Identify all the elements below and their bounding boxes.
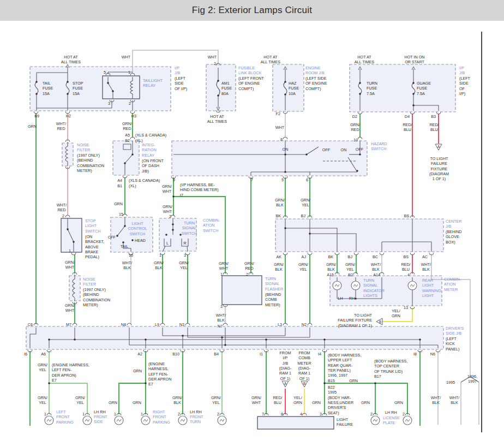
wire-label: 2 bbox=[178, 412, 180, 417]
wire-label: M7 bbox=[66, 322, 71, 327]
wire-label: RH bbox=[349, 296, 355, 301]
wire-label: WHT/BLK bbox=[449, 395, 459, 405]
wire-label: 5 bbox=[281, 177, 284, 182]
wire-label: GRN/BLK bbox=[154, 260, 164, 270]
wire-label: 2 bbox=[217, 412, 219, 417]
wire-label: BK bbox=[275, 213, 281, 218]
wire-label: FROMCOMBMETER(DIAG-RAM 1OF 1) bbox=[297, 350, 311, 381]
connector-arc-icon bbox=[171, 215, 175, 217]
wire-label: WHT/BLK bbox=[431, 395, 441, 405]
junction-dot bbox=[412, 104, 415, 106]
wire-label: LH RH bbox=[94, 409, 106, 414]
wire-label: OFF bbox=[108, 235, 116, 240]
wire-label: GRN/WHT bbox=[251, 395, 261, 405]
wire-label: FROMI/PJ/B(DIAG-RAM 1OF 1) bbox=[279, 350, 292, 381]
wire-label: BJ bbox=[301, 213, 306, 218]
wire-label: TAIL bbox=[121, 244, 129, 249]
wire-label: A4 bbox=[117, 178, 122, 183]
wire-label: GRN bbox=[28, 124, 37, 129]
component-name-label: NOISEFILTER bbox=[77, 142, 90, 152]
wire-label: B9 bbox=[34, 114, 39, 118]
junction-block-box bbox=[26, 326, 443, 349]
wire-label: B4 bbox=[214, 352, 219, 356]
component-name-label: FRONTTURN bbox=[190, 414, 203, 424]
junction-dot bbox=[131, 153, 134, 156]
component-box bbox=[61, 218, 82, 252]
component-box bbox=[222, 276, 262, 305]
component-name-label: LICENSEPLATE bbox=[383, 415, 400, 425]
wire-label: 4 bbox=[300, 412, 302, 417]
junction-dot bbox=[122, 241, 124, 243]
wire-label: GRN bbox=[109, 400, 117, 405]
wire-label: GRN bbox=[361, 400, 370, 405]
wire-label: 15 bbox=[119, 212, 123, 217]
junction-dot bbox=[305, 153, 308, 156]
junction-dot bbox=[356, 170, 358, 172]
junction-dot bbox=[48, 338, 50, 341]
wire-label: BS bbox=[404, 213, 409, 218]
junction-dot bbox=[374, 382, 376, 384]
wire-label: 2 bbox=[403, 412, 405, 417]
junction-dot bbox=[172, 223, 174, 225]
wire-label: WHT/RED bbox=[56, 121, 66, 131]
wire-label: D4 bbox=[405, 114, 410, 119]
wire-label: AC bbox=[422, 254, 428, 259]
junction-dot bbox=[284, 81, 286, 83]
wire-label: N6 bbox=[430, 352, 435, 356]
wire-label: GRN/YEL bbox=[345, 262, 355, 272]
component-name-label: FRONTSIDE bbox=[94, 414, 107, 424]
wire-label: LIGHTFAILURE bbox=[337, 417, 353, 427]
wire-label: GRN/WHT bbox=[163, 204, 172, 214]
junction-dot bbox=[48, 382, 50, 384]
wire-label: GRN bbox=[349, 378, 358, 383]
component-name-label: LEFTFRONTPARKING bbox=[56, 409, 74, 425]
junction-dot bbox=[172, 229, 174, 231]
wire-label: HOT ATALL TIMES bbox=[61, 55, 81, 64]
wire-label: A2 bbox=[137, 352, 142, 356]
wire-label: (XL) bbox=[129, 183, 136, 188]
junction-dot bbox=[355, 298, 357, 300]
junction-dot bbox=[284, 227, 286, 229]
wire-label: (BODY HARNESS,TOP CENTEROF TRUNK LID)B17 bbox=[374, 359, 407, 379]
wire-label: GRN bbox=[133, 400, 141, 405]
wire-label: GRN/WHT bbox=[162, 184, 172, 194]
wire-label: (XLS & CANADA) bbox=[135, 133, 166, 138]
wire-label: 1 bbox=[69, 248, 71, 253]
wire-label: B10 bbox=[172, 352, 179, 356]
wire-label: HOT ATALL TIMES bbox=[355, 55, 375, 64]
wire-label: A5 bbox=[125, 133, 130, 138]
wire-label: HOT ATALL TIMES bbox=[207, 114, 227, 124]
wire-label: GRN bbox=[394, 400, 403, 405]
wire-label: 1 bbox=[159, 253, 161, 258]
wire-label: WHT/RED bbox=[57, 203, 67, 212]
wire-label: 7 bbox=[262, 412, 264, 417]
junction-dot bbox=[145, 382, 147, 384]
component-name-label: TURNSIGNALSWITCH bbox=[182, 221, 197, 236]
junction-dot bbox=[323, 338, 326, 341]
component-name-label: INTEG-RATIONRELAY bbox=[142, 142, 157, 158]
wire-label: B2 bbox=[348, 272, 353, 277]
junction-dot bbox=[412, 82, 415, 84]
wire-label: GRN/YEL bbox=[301, 198, 310, 207]
junction-dot bbox=[221, 336, 223, 338]
connector-arc-icon bbox=[65, 215, 70, 217]
junction-block-box bbox=[275, 219, 443, 252]
wire-label: GRN/WHT bbox=[65, 260, 75, 270]
junction-dot bbox=[124, 225, 126, 227]
wire-label: 3 bbox=[320, 412, 322, 417]
wire-label: 8 bbox=[280, 137, 283, 142]
junction-dot bbox=[145, 338, 147, 341]
wire-label: I4 bbox=[318, 352, 321, 356]
wire-label: (ENGINEHARNESS,LEFT FEN-DER APRONE7 bbox=[148, 361, 171, 387]
wire-label: HOT IN ONOR START bbox=[404, 55, 424, 64]
junction-dot bbox=[419, 338, 421, 341]
junction-dot bbox=[165, 234, 167, 236]
wire-label: N2 bbox=[302, 322, 307, 327]
wire-label: TO LIGHTFAILURE FIXTURE(DIAGRAM 1 OF 1) bbox=[338, 313, 372, 328]
wire-label: H2 bbox=[66, 114, 71, 118]
component-name-label: STOPLIGHTSWITCH bbox=[85, 218, 100, 234]
wire-label: 8 bbox=[281, 412, 283, 417]
junction-dot bbox=[284, 153, 286, 156]
wire-label: L3 bbox=[278, 322, 282, 327]
wire-label: H3 bbox=[131, 114, 136, 118]
